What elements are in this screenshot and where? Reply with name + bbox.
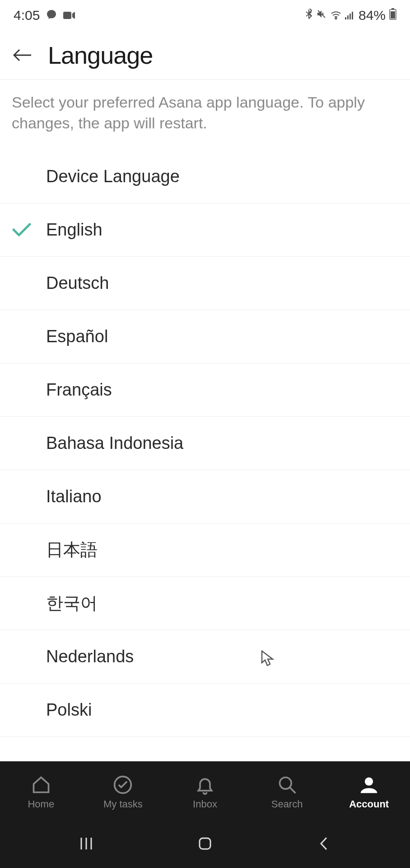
- page-title: Language: [48, 41, 153, 69]
- bluetooth-icon: [305, 9, 312, 23]
- bell-icon: [195, 775, 215, 795]
- language-label: Bahasa Indonesia: [46, 434, 183, 453]
- language-item-francais[interactable]: Français: [0, 363, 410, 417]
- svg-point-14: [365, 778, 373, 786]
- svg-line-13: [289, 788, 295, 793]
- check-icon: [12, 222, 32, 238]
- svg-rect-4: [347, 15, 349, 19]
- language-list: Device Language English Deutsch Español …: [0, 150, 410, 737]
- messenger-icon: [46, 8, 57, 23]
- svg-rect-9: [391, 11, 395, 19]
- language-label: Français: [46, 380, 112, 400]
- home-icon: [31, 775, 51, 795]
- nav-my-tasks[interactable]: My tasks: [82, 775, 164, 810]
- svg-rect-18: [200, 838, 210, 849]
- language-item-english[interactable]: English: [0, 203, 410, 257]
- nav-label: My tasks: [103, 798, 143, 810]
- svg-point-12: [280, 778, 291, 789]
- status-left: 4:05: [14, 8, 76, 23]
- language-item-bahasa[interactable]: Bahasa Indonesia: [0, 417, 410, 470]
- app-header: Language: [0, 31, 410, 80]
- language-label: Italiano: [46, 487, 102, 506]
- description-text: Select your preferred Asana app language…: [0, 80, 410, 150]
- language-item-korean[interactable]: 한국어: [0, 577, 410, 630]
- nav-label: Home: [28, 798, 54, 810]
- svg-point-2: [335, 18, 336, 19]
- battery-pct: 84%: [359, 8, 386, 23]
- nav-home[interactable]: Home: [0, 775, 82, 810]
- language-label: Deutsch: [46, 274, 109, 293]
- language-item-polski[interactable]: Polski: [0, 684, 410, 737]
- arrow-left-icon: [13, 48, 32, 62]
- battery-icon: [389, 8, 396, 23]
- status-time: 4:05: [14, 8, 40, 23]
- svg-rect-5: [349, 14, 351, 19]
- recents-button[interactable]: [73, 830, 100, 857]
- language-label: Nederlands: [46, 647, 134, 666]
- language-item-deutsch[interactable]: Deutsch: [0, 257, 410, 310]
- svg-rect-3: [345, 17, 346, 19]
- video-icon: [63, 8, 76, 23]
- language-label: Polski: [46, 700, 92, 720]
- language-item-japanese[interactable]: 日本語: [0, 524, 410, 577]
- back-system-button[interactable]: [310, 830, 337, 857]
- chevron-left-icon: [318, 836, 329, 851]
- person-icon: [359, 775, 379, 795]
- wifi-icon: [331, 9, 341, 23]
- language-item-device[interactable]: Device Language: [0, 150, 410, 203]
- svg-rect-6: [352, 12, 353, 19]
- signal-icon: [345, 9, 355, 23]
- back-button[interactable]: [12, 44, 33, 66]
- bottom-nav: Home My tasks Inbox Search Account: [0, 761, 410, 819]
- nav-label: Account: [349, 798, 389, 810]
- mute-icon: [316, 9, 327, 23]
- nav-inbox[interactable]: Inbox: [164, 775, 246, 810]
- nav-label: Inbox: [193, 798, 217, 810]
- language-label: 한국어: [46, 592, 98, 615]
- svg-rect-0: [63, 12, 71, 19]
- language-label: Device Language: [46, 167, 180, 186]
- check-slot: [12, 222, 46, 238]
- language-item-italiano[interactable]: Italiano: [0, 470, 410, 524]
- status-bar: 4:05 84%: [0, 0, 410, 31]
- language-label: 日本語: [46, 538, 98, 561]
- status-right: 84%: [305, 8, 396, 23]
- language-label: English: [46, 220, 102, 240]
- search-icon: [277, 775, 297, 795]
- language-label: Español: [46, 327, 108, 346]
- system-nav: [0, 819, 410, 868]
- language-item-nederlands[interactable]: Nederlands: [0, 630, 410, 684]
- home-square-icon: [197, 836, 213, 851]
- nav-account[interactable]: Account: [328, 775, 410, 810]
- check-circle-icon: [113, 775, 133, 795]
- nav-label: Search: [271, 798, 303, 810]
- recents-icon: [79, 836, 94, 851]
- nav-search[interactable]: Search: [246, 775, 328, 810]
- home-button[interactable]: [191, 830, 219, 857]
- language-item-espanol[interactable]: Español: [0, 310, 410, 363]
